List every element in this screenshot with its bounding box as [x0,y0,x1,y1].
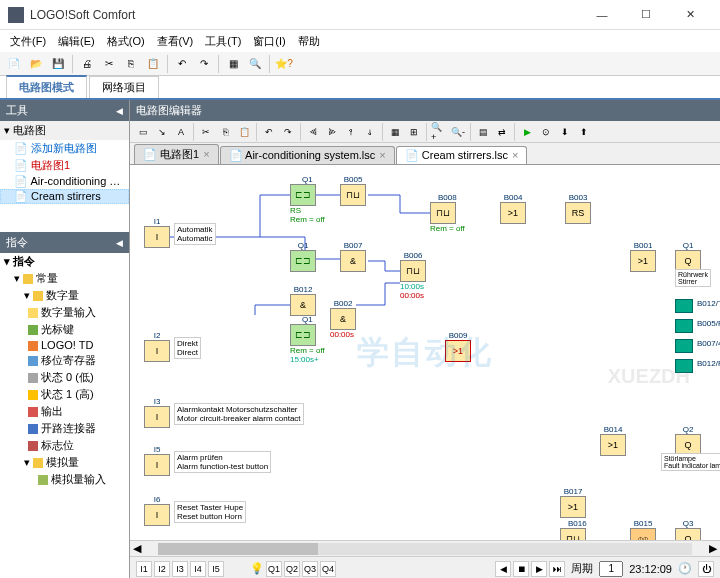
tree-logotd[interactable]: LOGO! TD [0,338,129,352]
open-button[interactable]: 📂 [26,54,46,74]
redo-button[interactable]: ↷ [194,54,214,74]
block-B004[interactable]: B004>1 [500,193,526,224]
sim-step[interactable]: ⏭ [549,561,565,577]
tree-const[interactable]: ▾ 常量 [0,270,129,287]
tree-shift[interactable]: 移位寄存器 [0,352,129,369]
upload-tool[interactable]: ⬆ [575,123,593,141]
output-ref-B012[interactable]: B012/Trg [675,299,693,313]
redo-tool[interactable]: ↷ [279,123,297,141]
block-B016[interactable]: B016⊓⊔ RS Rem = off 03:00s+ 03:00s [560,519,595,540]
block-B003[interactable]: B003RS [565,193,591,224]
copy-button[interactable]: ⎘ [121,54,141,74]
page-tool[interactable]: ▤ [474,123,492,141]
file-tab-1[interactable]: 📄 电路图1× [134,144,219,164]
connect-tool[interactable]: ↘ [153,123,171,141]
tree-digital[interactable]: ▾ 数字量 [0,287,129,304]
snap-tool[interactable]: ⊞ [405,123,423,141]
cut-tool[interactable]: ✂ [197,123,215,141]
tree-instr-root[interactable]: ▾ 指令 [0,253,129,270]
save-button[interactable]: 💾 [48,54,68,74]
output-ref-B005[interactable]: B005/R [675,319,693,333]
sim-Q3[interactable]: Q3 [302,561,318,577]
paste-button[interactable]: 📋 [143,54,163,74]
tree-flag[interactable]: 标志位 [0,437,129,454]
align-center[interactable]: ⫸ [323,123,341,141]
undo-button[interactable]: ↶ [172,54,192,74]
tree-add-new[interactable]: 📄 添加新电路图 [0,140,129,157]
block-Q1-ref3[interactable]: Q1⊏⊐ Rem = off 15:00s+ [290,315,325,364]
block-B001[interactable]: B001>1 [630,241,656,272]
block-B006[interactable]: B006⊓⊔ 10:00s 00:00s [400,251,426,300]
close-tab-icon[interactable]: × [512,149,518,161]
cut-button[interactable]: ✂ [99,54,119,74]
sim-I5[interactable]: I5 [208,561,224,577]
block-B015[interactable]: B015⌽⌽ 00:00s [630,519,656,540]
paste-tool[interactable]: 📋 [235,123,253,141]
sim-I2[interactable]: I2 [154,561,170,577]
zoom-in[interactable]: 🔍+ [430,123,448,141]
sim-I3[interactable]: I3 [172,561,188,577]
zoom-button[interactable]: 🔍 [245,54,265,74]
file-tab-2[interactable]: 📄 Air-conditioning system.lsc× [220,146,395,164]
select-tool[interactable]: ▭ [134,123,152,141]
help-button[interactable]: ⭐? [274,54,294,74]
block-B009[interactable]: B009>1 [445,331,471,362]
sim-I4[interactable]: I4 [190,561,206,577]
tree-high[interactable]: 状态 1 (高) [0,386,129,403]
align-bottom[interactable]: ⫰ [361,123,379,141]
output-ref-B007[interactable]: B007/4 [675,339,693,353]
tab-diagram-mode[interactable]: 电路图模式 [6,75,87,98]
block-Q1-ref[interactable]: Q1⊏⊐ RS Rem = off [290,175,325,224]
tree-di[interactable]: 数字量输入 [0,304,129,321]
sim-tool[interactable]: ▶ [518,123,536,141]
sim-power[interactable]: ⏻ [698,561,714,577]
block-Q1-ref2[interactable]: Q1⊏⊐ [290,241,316,272]
sim-back[interactable]: ◀ [495,561,511,577]
block-I6[interactable]: I6 I Reset Taster HupeReset button Horn [144,495,170,526]
cycle-input[interactable] [599,561,623,577]
align-left[interactable]: ⫷ [304,123,322,141]
tree-out[interactable]: 输出 [0,403,129,420]
maximize-button[interactable]: ☐ [624,1,668,29]
block-B007[interactable]: B007& [340,241,366,272]
download-tool[interactable]: ⬇ [556,123,574,141]
menu-format[interactable]: 格式(O) [101,32,151,51]
menu-file[interactable]: 文件(F) [4,32,52,51]
align-top[interactable]: ⫯ [342,123,360,141]
grid-button[interactable]: ▦ [223,54,243,74]
menu-window[interactable]: 窗口(I) [247,32,291,51]
block-I5[interactable]: I5 I Alarm prüfenAlarm function-test but… [144,445,170,476]
menu-edit[interactable]: 编辑(E) [52,32,101,51]
undo-tool[interactable]: ↶ [260,123,278,141]
convert-tool[interactable]: ⇄ [493,123,511,141]
menu-view[interactable]: 查看(V) [151,32,200,51]
tree-proj1[interactable]: 📄 电路图1 [0,157,129,174]
menu-help[interactable]: 帮助 [292,32,326,51]
minimize-button[interactable]: — [580,1,624,29]
clock-icon[interactable]: 🕐 [678,562,692,575]
sim-play[interactable]: ▶ [531,561,547,577]
menu-tools[interactable]: 工具(T) [199,32,247,51]
block-Q1[interactable]: Q1Q RührwerkStirrer [675,241,701,272]
block-B017[interactable]: B017>1 [560,487,586,518]
output-ref-B012R[interactable]: B012/R [675,359,693,373]
new-button[interactable]: 📄 [4,54,24,74]
tree-low[interactable]: 状态 0 (低) [0,369,129,386]
zoom-out[interactable]: 🔍- [449,123,467,141]
block-B005[interactable]: B005⊓⊔ [340,175,366,206]
block-I1[interactable]: I1 I AutomatikAutomatic [144,217,170,248]
sim-Q2[interactable]: Q2 [284,561,300,577]
tree-proj2[interactable]: 📄 Air-conditioning system [0,174,129,189]
tree-analog[interactable]: ▾ 模拟量 [0,454,129,471]
block-B008[interactable]: B008⊓⊔ Rem = off [430,193,465,233]
copy-tool[interactable]: ⎘ [216,123,234,141]
tree-proj3[interactable]: 📄 Cream stirrers [0,189,129,204]
block-B002[interactable]: B002& 00:00s [330,299,356,339]
tab-network-mode[interactable]: 网络项目 [89,76,159,98]
online-tool[interactable]: ⊙ [537,123,555,141]
block-B014[interactable]: B014>1 [600,425,626,456]
block-Q3[interactable]: Q3Q AlarmhupeAlarm horn [675,519,701,540]
close-tab-icon[interactable]: × [379,149,385,161]
sim-Q1[interactable]: Q1 [266,561,282,577]
sim-Q4[interactable]: Q4 [320,561,336,577]
